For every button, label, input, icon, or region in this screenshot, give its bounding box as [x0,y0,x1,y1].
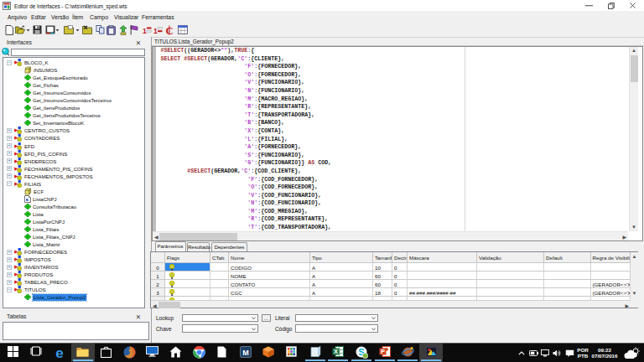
svg-text:e: e [55,346,63,359]
svg-text:M: M [242,349,249,357]
svg-text:1: 1 [153,26,158,34]
svg-text:X: X [334,348,338,355]
svg-text:P: P [381,348,385,355]
svg-text:1: 1 [143,26,147,34]
